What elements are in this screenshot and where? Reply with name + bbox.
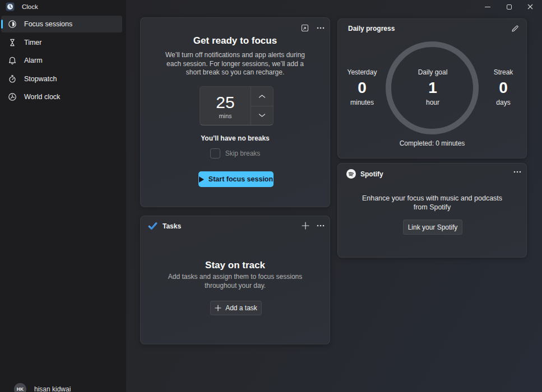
skip-breaks-label: Skip breaks: [225, 150, 261, 157]
stat-label: Daily goal: [409, 68, 457, 77]
chevron-down-icon: [258, 113, 266, 118]
stat-label: Streak: [479, 68, 527, 77]
maximize-icon: [507, 4, 512, 10]
sidebar-item-label: Stopwatch: [24, 75, 57, 83]
stopwatch-icon: [8, 74, 17, 83]
skip-breaks-checkbox[interactable]: [210, 148, 220, 158]
sidebar-item-label: Timer: [24, 39, 41, 46]
play-icon: [199, 176, 204, 183]
breaks-note: You’ll have no breaks: [141, 134, 330, 142]
completed-status: Completed: 0 minutes: [338, 139, 526, 147]
focus-card-description: We’ll turn off notifications and app ale…: [161, 51, 309, 77]
chevron-up-icon: [258, 94, 266, 99]
user-name: hisan kidwai: [34, 385, 71, 392]
stat-label: Yesterday: [338, 68, 386, 77]
spotify-card-title: Spotify: [360, 170, 383, 178]
stat-unit: minutes: [338, 99, 386, 107]
start-focus-session-button[interactable]: Start focus session: [198, 171, 274, 187]
focus-duration-value-area[interactable]: 25 mins: [200, 87, 251, 125]
maximize-button[interactable]: [498, 0, 520, 13]
window-controls: [477, 0, 541, 13]
tasks-card-title: Tasks: [163, 222, 181, 230]
sidebar-item-label: Alarm: [24, 57, 43, 64]
add-task-label: Add a task: [225, 304, 257, 312]
clock-app-icon: [6, 2, 15, 11]
focus-card-title: Get ready to focus: [141, 35, 330, 46]
spotify-card: Spotify Enhance your focus with music an…: [337, 163, 527, 258]
alarm-icon: [8, 56, 17, 65]
timer-icon: [8, 38, 17, 47]
sidebar-nav: Focus sessions Timer Alarm Stopwatch: [1, 16, 122, 107]
close-button[interactable]: [520, 0, 541, 13]
skip-breaks-row: Skip breaks: [141, 148, 330, 158]
more-icon[interactable]: [317, 225, 325, 227]
tasks-card: Tasks Stay on track Add tasks and assign…: [140, 216, 330, 344]
clock-app-window: { "titlebar": { "app_title": "Clock" }, …: [0, 0, 542, 392]
plus-icon: [215, 305, 221, 311]
sidebar-item-label: World clock: [24, 93, 60, 101]
duration-decrease-button[interactable]: [251, 106, 273, 125]
daily-progress-title: Daily progress: [348, 25, 395, 32]
sidebar-item-stopwatch[interactable]: Stopwatch: [1, 71, 122, 87]
avatar: HK: [14, 383, 26, 392]
selected-accent-pill: [1, 20, 3, 29]
user-account[interactable]: HK hisan kidwai: [14, 383, 71, 392]
focus-session-card: Get ready to focus We’ll turn off notifi…: [140, 17, 330, 207]
spotify-icon: [346, 169, 356, 179]
daily-progress-card: Daily progress Yesterday 0 minutes Daily…: [337, 18, 527, 158]
focus-duration-value: 25: [216, 94, 234, 111]
more-icon[interactable]: [513, 171, 521, 173]
tasks-icon: [148, 221, 157, 231]
sidebar-item-timer[interactable]: Timer: [1, 34, 122, 51]
stat-value: 0: [479, 78, 527, 98]
stat-unit: hour: [409, 99, 457, 107]
focus-duration-unit: mins: [219, 113, 231, 119]
spotify-description: Enhance your focus with music and podcas…: [360, 194, 504, 212]
link-spotify-button[interactable]: Link your Spotify: [403, 220, 462, 235]
more-icon[interactable]: [317, 27, 325, 29]
add-task-button[interactable]: Add a task: [210, 301, 262, 315]
minimize-icon: [485, 7, 490, 7]
sidebar: Clock Focus sessions Timer Alarm: [0, 0, 126, 392]
tasks-description: Add tasks and assign them to focus sessi…: [157, 273, 313, 290]
pencil-icon[interactable]: [511, 24, 520, 33]
titlebar: Clock: [0, 0, 38, 13]
tasks-heading: Stay on track: [141, 260, 330, 271]
link-spotify-label: Link your Spotify: [408, 223, 458, 231]
focus-sessions-icon: [8, 20, 17, 29]
focus-duration-stepper: 25 mins: [200, 86, 274, 125]
stat-yesterday: Yesterday 0 minutes: [338, 68, 386, 107]
world-clock-icon: [8, 92, 17, 101]
close-icon: [527, 4, 533, 10]
duration-increase-button[interactable]: [251, 87, 273, 106]
stat-daily-goal: Daily goal 1 hour: [409, 68, 457, 107]
sidebar-item-alarm[interactable]: Alarm: [1, 52, 122, 69]
sidebar-item-focus-sessions[interactable]: Focus sessions: [1, 16, 122, 32]
stat-streak: Streak 0 days: [479, 68, 527, 107]
stat-unit: days: [479, 99, 527, 107]
app-title: Clock: [22, 3, 38, 10]
stat-value: 1: [409, 78, 457, 98]
minimize-button[interactable]: [477, 0, 498, 13]
plus-icon[interactable]: [302, 222, 309, 230]
sidebar-item-world-clock[interactable]: World clock: [1, 88, 122, 105]
sidebar-item-label: Focus sessions: [24, 20, 72, 28]
start-focus-session-label: Start focus session: [209, 175, 273, 183]
stat-value: 0: [338, 78, 386, 98]
popout-icon[interactable]: [300, 24, 309, 32]
